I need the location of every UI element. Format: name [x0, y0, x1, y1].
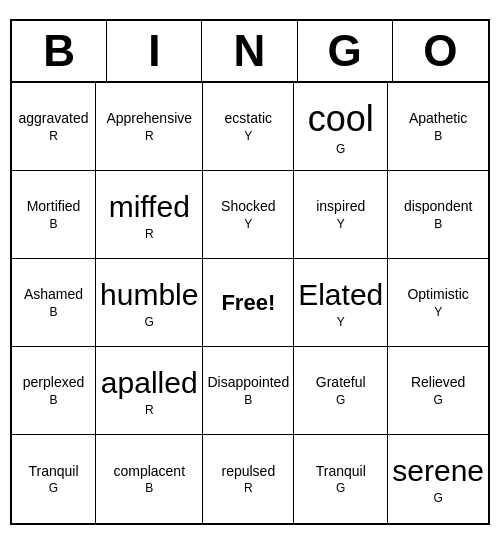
bingo-cell: apalledR: [96, 347, 203, 435]
cell-letter: B: [244, 393, 252, 407]
bingo-cell: ShockedY: [203, 171, 294, 259]
header-letter: N: [202, 21, 297, 81]
cell-letter: G: [336, 393, 345, 407]
cell-letter: G: [433, 393, 442, 407]
cell-letter: B: [145, 481, 153, 495]
free-space: Free!: [221, 290, 275, 316]
bingo-cell: perplexedB: [12, 347, 96, 435]
cell-word: Grateful: [316, 374, 366, 391]
bingo-cell: TranquilG: [294, 435, 388, 523]
cell-word: apalled: [101, 365, 198, 401]
bingo-cell: TranquilG: [12, 435, 96, 523]
cell-word: miffed: [109, 189, 190, 225]
cell-letter: B: [50, 217, 58, 231]
bingo-cell: aggravatedR: [12, 83, 96, 171]
cell-letter: Y: [337, 217, 345, 231]
cell-letter: Y: [244, 129, 252, 143]
cell-letter: B: [434, 217, 442, 231]
cell-letter: G: [336, 481, 345, 495]
bingo-card: BINGO aggravatedRApprehensiveRecstaticYc…: [10, 19, 490, 525]
bingo-cell: inspiredY: [294, 171, 388, 259]
cell-word: repulsed: [221, 463, 275, 480]
cell-word: Ashamed: [24, 286, 83, 303]
cell-letter: G: [145, 315, 154, 329]
cell-word: humble: [100, 277, 198, 313]
cell-word: Shocked: [221, 198, 275, 215]
bingo-cell: humbleG: [96, 259, 203, 347]
cell-word: inspired: [316, 198, 365, 215]
cell-letter: R: [145, 227, 154, 241]
cell-word: Apprehensive: [106, 110, 192, 127]
cell-word: complacent: [113, 463, 185, 480]
cell-word: Elated: [298, 277, 383, 313]
cell-letter: G: [433, 491, 442, 505]
cell-letter: R: [49, 129, 58, 143]
bingo-cell: sereneG: [388, 435, 488, 523]
bingo-cell: GratefulG: [294, 347, 388, 435]
cell-letter: R: [244, 481, 253, 495]
bingo-cell: MortifiedB: [12, 171, 96, 259]
bingo-cell: repulsedR: [203, 435, 294, 523]
bingo-cell: coolG: [294, 83, 388, 171]
bingo-cell: complacentB: [96, 435, 203, 523]
bingo-cell: ElatedY: [294, 259, 388, 347]
cell-word: Optimistic: [407, 286, 468, 303]
cell-word: Tranquil: [28, 463, 78, 480]
cell-word: Tranquil: [316, 463, 366, 480]
cell-word: serene: [392, 453, 484, 489]
bingo-cell: dispondentB: [388, 171, 488, 259]
cell-letter: B: [434, 129, 442, 143]
cell-word: cool: [308, 97, 374, 140]
cell-word: aggravated: [18, 110, 88, 127]
cell-letter: G: [49, 481, 58, 495]
cell-letter: B: [50, 393, 58, 407]
bingo-cell: DisappointedB: [203, 347, 294, 435]
bingo-cell: ecstaticY: [203, 83, 294, 171]
bingo-cell: Free!: [203, 259, 294, 347]
cell-letter: G: [336, 142, 345, 156]
cell-letter: R: [145, 129, 154, 143]
cell-letter: Y: [434, 305, 442, 319]
cell-letter: R: [145, 403, 154, 417]
cell-word: dispondent: [404, 198, 473, 215]
header-letter: O: [393, 21, 488, 81]
cell-letter: B: [50, 305, 58, 319]
header-letter: B: [12, 21, 107, 81]
cell-letter: Y: [337, 315, 345, 329]
header-letter: G: [298, 21, 393, 81]
bingo-cell: ApprehensiveR: [96, 83, 203, 171]
header-letter: I: [107, 21, 202, 81]
cell-word: Apathetic: [409, 110, 467, 127]
cell-word: Mortified: [27, 198, 81, 215]
bingo-cell: RelievedG: [388, 347, 488, 435]
cell-word: Relieved: [411, 374, 465, 391]
bingo-cell: OptimisticY: [388, 259, 488, 347]
cell-word: perplexed: [23, 374, 85, 391]
cell-word: Disappointed: [207, 374, 289, 391]
cell-letter: Y: [244, 217, 252, 231]
cell-word: ecstatic: [225, 110, 272, 127]
bingo-grid: aggravatedRApprehensiveRecstaticYcoolGAp…: [12, 83, 488, 523]
bingo-cell: miffedR: [96, 171, 203, 259]
bingo-cell: AshamedB: [12, 259, 96, 347]
bingo-header: BINGO: [12, 21, 488, 83]
bingo-cell: ApatheticB: [388, 83, 488, 171]
